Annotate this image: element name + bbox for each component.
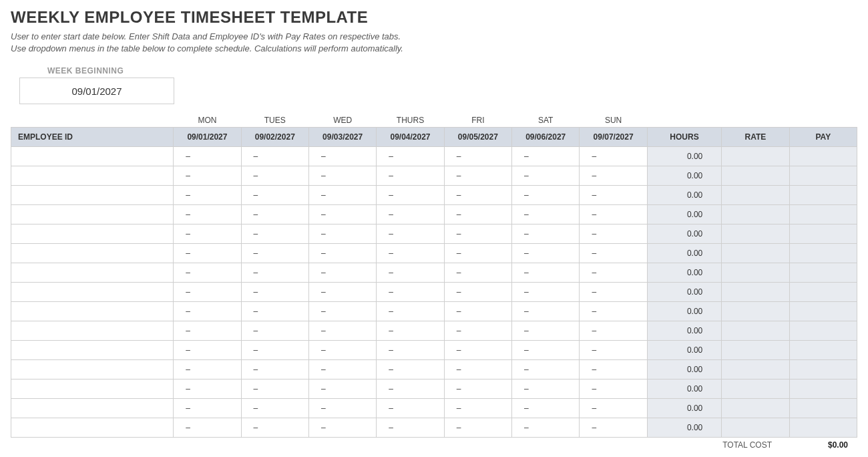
shift-cell[interactable]: –: [308, 263, 376, 283]
employee-id-cell[interactable]: [11, 379, 174, 399]
shift-cell[interactable]: –: [241, 283, 308, 302]
shift-cell[interactable]: –: [444, 321, 511, 341]
shift-cell[interactable]: –: [512, 224, 580, 244]
shift-cell[interactable]: –: [444, 147, 511, 166]
employee-id-cell[interactable]: [11, 341, 174, 360]
shift-cell[interactable]: –: [308, 186, 376, 205]
shift-cell[interactable]: –: [241, 147, 308, 166]
shift-cell[interactable]: –: [377, 283, 444, 302]
employee-id-cell[interactable]: [11, 321, 174, 341]
employee-id-cell[interactable]: [11, 399, 174, 418]
shift-cell[interactable]: –: [308, 302, 376, 321]
shift-cell[interactable]: –: [377, 399, 444, 418]
shift-cell[interactable]: –: [512, 147, 580, 166]
shift-cell[interactable]: –: [241, 302, 308, 321]
shift-cell[interactable]: –: [580, 186, 647, 205]
shift-cell[interactable]: –: [308, 379, 376, 399]
shift-cell[interactable]: –: [512, 205, 580, 224]
shift-cell[interactable]: –: [174, 186, 241, 205]
shift-cell[interactable]: –: [580, 244, 647, 263]
shift-cell[interactable]: –: [241, 224, 308, 244]
shift-cell[interactable]: –: [174, 166, 241, 186]
shift-cell[interactable]: –: [377, 205, 444, 224]
shift-cell[interactable]: –: [512, 360, 580, 379]
shift-cell[interactable]: –: [377, 147, 444, 166]
shift-cell[interactable]: –: [444, 186, 511, 205]
shift-cell[interactable]: –: [174, 379, 241, 399]
employee-id-cell[interactable]: [11, 418, 174, 438]
shift-cell[interactable]: –: [174, 147, 241, 166]
shift-cell[interactable]: –: [444, 205, 511, 224]
shift-cell[interactable]: –: [174, 205, 241, 224]
employee-id-cell[interactable]: [11, 302, 174, 321]
shift-cell[interactable]: –: [377, 341, 444, 360]
shift-cell[interactable]: –: [241, 263, 308, 283]
shift-cell[interactable]: –: [241, 166, 308, 186]
shift-cell[interactable]: –: [444, 360, 511, 379]
shift-cell[interactable]: –: [512, 263, 580, 283]
shift-cell[interactable]: –: [444, 244, 511, 263]
shift-cell[interactable]: –: [174, 321, 241, 341]
shift-cell[interactable]: –: [444, 399, 511, 418]
employee-id-cell[interactable]: [11, 283, 174, 302]
shift-cell[interactable]: –: [580, 418, 647, 438]
employee-id-cell[interactable]: [11, 224, 174, 244]
shift-cell[interactable]: –: [377, 263, 444, 283]
shift-cell[interactable]: –: [174, 224, 241, 244]
shift-cell[interactable]: –: [512, 283, 580, 302]
shift-cell[interactable]: –: [580, 321, 647, 341]
shift-cell[interactable]: –: [377, 360, 444, 379]
shift-cell[interactable]: –: [580, 283, 647, 302]
shift-cell[interactable]: –: [580, 379, 647, 399]
shift-cell[interactable]: –: [512, 166, 580, 186]
shift-cell[interactable]: –: [308, 321, 376, 341]
shift-cell[interactable]: –: [444, 224, 511, 244]
week-beginning-input[interactable]: 09/01/2027: [19, 78, 174, 104]
shift-cell[interactable]: –: [241, 418, 308, 438]
employee-id-cell[interactable]: [11, 166, 174, 186]
shift-cell[interactable]: –: [444, 283, 511, 302]
shift-cell[interactable]: –: [241, 244, 308, 263]
shift-cell[interactable]: –: [308, 399, 376, 418]
shift-cell[interactable]: –: [377, 379, 444, 399]
shift-cell[interactable]: –: [241, 360, 308, 379]
shift-cell[interactable]: –: [308, 244, 376, 263]
shift-cell[interactable]: –: [308, 147, 376, 166]
shift-cell[interactable]: –: [512, 186, 580, 205]
shift-cell[interactable]: –: [308, 283, 376, 302]
shift-cell[interactable]: –: [580, 224, 647, 244]
shift-cell[interactable]: –: [377, 244, 444, 263]
shift-cell[interactable]: –: [174, 244, 241, 263]
shift-cell[interactable]: –: [241, 399, 308, 418]
shift-cell[interactable]: –: [512, 418, 580, 438]
shift-cell[interactable]: –: [512, 399, 580, 418]
shift-cell[interactable]: –: [580, 360, 647, 379]
employee-id-cell[interactable]: [11, 263, 174, 283]
shift-cell[interactable]: –: [377, 224, 444, 244]
shift-cell[interactable]: –: [241, 186, 308, 205]
employee-id-cell[interactable]: [11, 186, 174, 205]
employee-id-cell[interactable]: [11, 205, 174, 224]
shift-cell[interactable]: –: [580, 166, 647, 186]
shift-cell[interactable]: –: [512, 321, 580, 341]
shift-cell[interactable]: –: [174, 399, 241, 418]
shift-cell[interactable]: –: [580, 147, 647, 166]
shift-cell[interactable]: –: [174, 263, 241, 283]
shift-cell[interactable]: –: [174, 360, 241, 379]
shift-cell[interactable]: –: [444, 166, 511, 186]
shift-cell[interactable]: –: [174, 418, 241, 438]
shift-cell[interactable]: –: [377, 166, 444, 186]
shift-cell[interactable]: –: [241, 379, 308, 399]
shift-cell[interactable]: –: [512, 302, 580, 321]
shift-cell[interactable]: –: [512, 379, 580, 399]
shift-cell[interactable]: –: [308, 166, 376, 186]
shift-cell[interactable]: –: [174, 302, 241, 321]
shift-cell[interactable]: –: [377, 321, 444, 341]
shift-cell[interactable]: –: [308, 418, 376, 438]
shift-cell[interactable]: –: [580, 399, 647, 418]
shift-cell[interactable]: –: [444, 263, 511, 283]
shift-cell[interactable]: –: [308, 360, 376, 379]
shift-cell[interactable]: –: [377, 418, 444, 438]
shift-cell[interactable]: –: [444, 341, 511, 360]
shift-cell[interactable]: –: [174, 341, 241, 360]
